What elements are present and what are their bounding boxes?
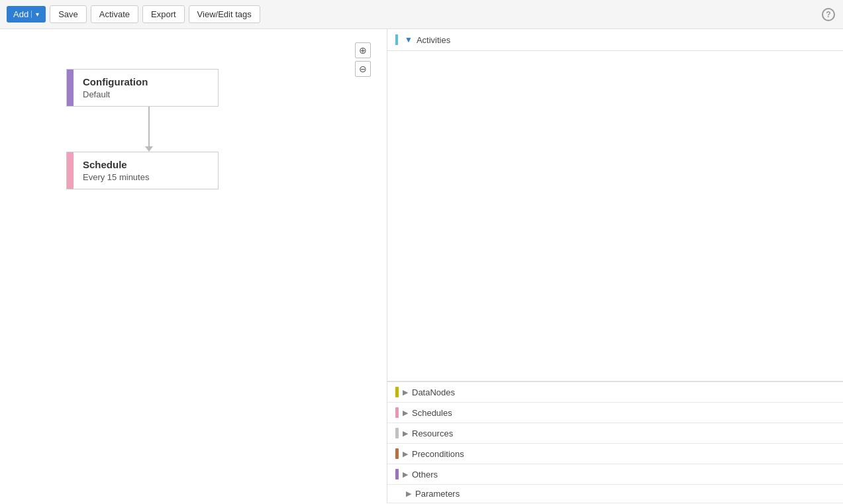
- schedules-toggle: ▶: [403, 409, 408, 417]
- schedule-title: Schedule: [83, 159, 209, 170]
- activities-accent: [395, 34, 398, 45]
- schedules-color: [395, 407, 399, 418]
- help-icon[interactable]: ?: [822, 8, 835, 21]
- category-resources[interactable]: ▶ Resources: [387, 423, 843, 444]
- parameters-label: Parameters: [415, 489, 460, 499]
- configuration-stripe: [67, 70, 74, 106]
- resources-toggle: ▶: [403, 429, 408, 438]
- category-preconditions[interactable]: ▶ Preconditions: [387, 444, 843, 464]
- others-color: [395, 469, 399, 479]
- schedule-content: Schedule Every 15 minutes: [74, 152, 218, 189]
- zoom-in-button[interactable]: ⊕: [355, 42, 371, 58]
- arrow-line: [148, 107, 150, 146]
- category-others[interactable]: ▶ Others: [387, 464, 843, 485]
- schedule-stripe: [67, 152, 74, 189]
- parameters-toggle: ▶: [406, 489, 411, 498]
- datanodes-label: DataNodes: [412, 387, 455, 397]
- add-button[interactable]: Add ▾: [7, 6, 46, 23]
- category-schedules[interactable]: ▶ Schedules: [387, 403, 843, 423]
- schedule-node[interactable]: Schedule Every 15 minutes: [66, 152, 219, 189]
- add-caret: ▾: [31, 11, 39, 18]
- resources-label: Resources: [412, 428, 453, 438]
- datanodes-color: [395, 387, 399, 397]
- preconditions-toggle: ▶: [403, 450, 408, 458]
- zoom-controls: ⊕ ⊖: [355, 42, 371, 77]
- configuration-content: Configuration Default: [74, 70, 218, 106]
- category-datanodes[interactable]: ▶ DataNodes: [387, 382, 843, 403]
- zoom-in-icon: ⊕: [359, 45, 367, 56]
- activities-toggle-icon: ▼: [405, 35, 413, 44]
- zoom-out-icon: ⊖: [359, 64, 367, 74]
- activities-section: ▼ Activities: [387, 29, 843, 381]
- preconditions-label: Preconditions: [412, 449, 464, 459]
- categories-list: ▶ DataNodes ▶ Schedules ▶ Resources ▶ Pr…: [387, 381, 843, 503]
- activate-button[interactable]: Activate: [91, 5, 138, 23]
- others-label: Others: [412, 470, 438, 479]
- activities-label: Activities: [417, 35, 450, 45]
- datanodes-toggle: ▶: [403, 388, 408, 397]
- right-panel: ▼ Activities ▶ DataNodes ▶ Schedules ▶ R…: [387, 29, 843, 503]
- export-button[interactable]: Export: [142, 5, 185, 23]
- toolbar: Add ▾ Save Activate Export View/Edit tag…: [0, 0, 843, 29]
- configuration-title: Configuration: [83, 76, 209, 87]
- preconditions-color: [395, 448, 399, 459]
- arrow-connector: [73, 107, 225, 152]
- schedules-label: Schedules: [412, 408, 452, 418]
- others-toggle: ▶: [403, 470, 408, 479]
- sub-parameters[interactable]: ▶ Parameters: [387, 485, 843, 503]
- workflow: Configuration Default Schedule Every 15 …: [66, 69, 225, 189]
- configuration-subtitle: Default: [83, 89, 209, 99]
- arrow-head: [145, 146, 153, 152]
- schedule-subtitle: Every 15 minutes: [83, 172, 209, 182]
- activities-header[interactable]: ▼ Activities: [387, 29, 843, 51]
- add-label: Add: [13, 9, 28, 19]
- save-button[interactable]: Save: [50, 5, 87, 23]
- main-container: ⊕ ⊖ Configuration Default: [0, 29, 843, 503]
- resources-color: [395, 428, 399, 438]
- zoom-out-button[interactable]: ⊖: [355, 61, 371, 77]
- configuration-node[interactable]: Configuration Default: [66, 69, 219, 107]
- canvas-area: ⊕ ⊖ Configuration Default: [0, 29, 387, 503]
- view-edit-tags-button[interactable]: View/Edit tags: [189, 5, 260, 23]
